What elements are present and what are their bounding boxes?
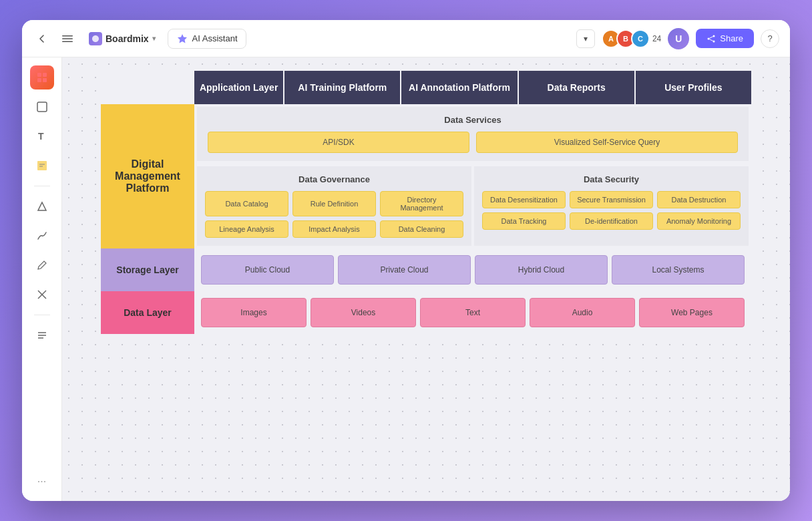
main-area: T ··· <box>22 57 790 501</box>
storage-private-cloud: Private Cloud <box>338 255 471 285</box>
share-button[interactable]: Share <box>696 29 754 48</box>
sidebar-more[interactable]: ··· <box>37 476 46 493</box>
svg-line-7 <box>710 39 713 41</box>
diagram: Application Layer AI Training Platform A… <box>101 71 751 334</box>
tag-secure-transmission: Secure Transmission <box>570 191 653 208</box>
toolbar-left: Boardmix ▾ AI Assistant <box>33 29 568 49</box>
tag-data-cleaning: Data Cleaning <box>380 220 463 238</box>
data-layer-items: Images Videos Text Audio Web Pages <box>194 291 751 334</box>
self-service-query-item: Visualized Self-Service Query <box>476 132 738 153</box>
sidebar-tool-sticky[interactable] <box>30 154 54 178</box>
svg-rect-0 <box>62 35 73 37</box>
dmp-row: Digital Management Platform Data Service… <box>101 104 751 248</box>
svg-rect-12 <box>37 102 47 112</box>
tag-data-desensitization: Data Desensitization <box>482 191 566 208</box>
svg-text:T: T <box>38 131 44 142</box>
back-button[interactable] <box>33 29 51 48</box>
svg-point-3 <box>713 35 715 37</box>
sidebar-divider-2 <box>34 315 50 315</box>
data-layer-row: Data Layer Images Videos Text Audio Web … <box>101 291 751 334</box>
header-data-reports: Data Reports <box>519 71 634 104</box>
svg-rect-10 <box>37 78 41 82</box>
storage-label: Storage Layer <box>101 248 194 291</box>
tag-rule-definition: Rule Definition <box>292 191 376 216</box>
sidebar-tool-shape[interactable] <box>30 194 54 218</box>
svg-point-5 <box>713 40 715 42</box>
sidebar-tool-connector[interactable] <box>30 283 54 307</box>
canvas[interactable]: Application Layer AI Training Platform A… <box>62 57 790 501</box>
tag-de-identification: De-identification <box>570 212 653 230</box>
data-services-items: API/SDK Visualized Self-Service Query <box>208 132 738 153</box>
svg-rect-11 <box>43 78 47 82</box>
svg-rect-9 <box>43 73 47 77</box>
data-services-title: Data Services <box>208 115 738 125</box>
data-services-section: Data Services API/SDK Visualized Self-Se… <box>197 107 749 161</box>
data-images: Images <box>201 298 307 327</box>
tag-anomaly-monitoring: Anomaly Monitoring <box>657 212 741 230</box>
app-window: Boardmix ▾ AI Assistant ▾ A B C 24 U <box>22 20 790 501</box>
dmp-label: Digital Management Platform <box>101 104 194 248</box>
help-button[interactable]: ? <box>761 29 779 48</box>
svg-rect-1 <box>62 38 73 39</box>
storage-items: Public Cloud Private Cloud Hybrid Cloud … <box>194 248 751 291</box>
header-ai-training: AI Training Platform <box>284 71 400 104</box>
tag-lineage-analysis: Lineage Analysis <box>205 220 288 238</box>
avatar-3: C <box>631 29 650 48</box>
tag-directory-management: Directory Management <box>380 191 463 216</box>
data-web-pages: Web Pages <box>639 298 745 327</box>
toolbar-right: ▾ A B C 24 U Share ? <box>576 28 779 49</box>
storage-public-cloud: Public Cloud <box>201 255 334 285</box>
tag-data-tracking: Data Tracking <box>482 212 566 230</box>
header-row: Application Layer AI Training Platform A… <box>101 71 751 104</box>
svg-rect-8 <box>37 73 41 77</box>
sidebar-tool-pen[interactable] <box>30 224 54 248</box>
governance-security-row: Data Governance Data Catalog Rule Defini… <box>197 166 749 246</box>
security-section: Data Security Data Desensitization Secur… <box>474 166 749 246</box>
api-sdk-item: API/SDK <box>208 132 469 153</box>
data-layer-label: Data Layer <box>101 291 194 334</box>
storage-hybrid-cloud: Hybrid Cloud <box>475 255 608 285</box>
menu-button[interactable] <box>58 29 77 48</box>
sidebar-tool-text[interactable]: T <box>30 124 54 148</box>
svg-rect-2 <box>62 41 73 42</box>
help-icon: ? <box>767 33 772 43</box>
tag-data-destruction: Data Destruction <box>657 191 741 208</box>
view-dropdown-button[interactable]: ▾ <box>576 29 595 48</box>
brand-chevron: ▾ <box>152 35 156 42</box>
security-title: Data Security <box>482 174 741 184</box>
sidebar-divider-1 <box>34 186 50 186</box>
current-user-avatar[interactable]: U <box>668 28 689 49</box>
ai-assistant-button[interactable]: AI Assistant <box>168 29 246 49</box>
sidebar-tool-pencil[interactable] <box>30 253 54 277</box>
data-text: Text <box>420 298 526 327</box>
sidebar: T ··· <box>22 57 62 501</box>
governance-section: Data Governance Data Catalog Rule Defini… <box>197 166 471 246</box>
sidebar-tool-select[interactable] <box>30 65 54 90</box>
sidebar-tool-frame[interactable] <box>30 95 54 119</box>
brand-logo[interactable]: Boardmix ▾ <box>83 29 161 48</box>
governance-title: Data Governance <box>205 174 463 184</box>
dropdown-chevron-icon: ▾ <box>584 34 588 43</box>
brand-name: Boardmix <box>106 33 149 44</box>
data-videos: Videos <box>311 298 416 327</box>
governance-tags: Data Catalog Rule Definition Directory M… <box>205 191 463 238</box>
header-spacer <box>101 71 194 104</box>
header-ai-annotation: AI Annotation Platform <box>401 71 517 104</box>
avatars-group: A B C 24 <box>602 29 661 48</box>
security-tags: Data Desensitization Secure Transmission… <box>482 191 741 230</box>
toolbar: Boardmix ▾ AI Assistant ▾ A B C 24 U <box>22 20 790 57</box>
header-application-layer: Application Layer <box>194 71 283 104</box>
svg-rect-14 <box>37 161 47 170</box>
ai-assistant-label: AI Assistant <box>192 33 238 43</box>
tag-impact-analysis: Impact Analysis <box>292 220 376 238</box>
header-user-profiles: User Profiles <box>636 71 751 104</box>
storage-row: Storage Layer Public Cloud Private Cloud… <box>101 248 751 291</box>
brand-icon <box>89 32 102 45</box>
svg-line-6 <box>710 36 713 38</box>
avatar-count: 24 <box>652 34 661 43</box>
sidebar-tool-list[interactable] <box>30 323 54 347</box>
data-audio: Audio <box>530 298 635 327</box>
storage-local-systems: Local Systems <box>612 255 745 285</box>
share-label: Share <box>720 33 743 43</box>
svg-point-4 <box>708 37 710 39</box>
